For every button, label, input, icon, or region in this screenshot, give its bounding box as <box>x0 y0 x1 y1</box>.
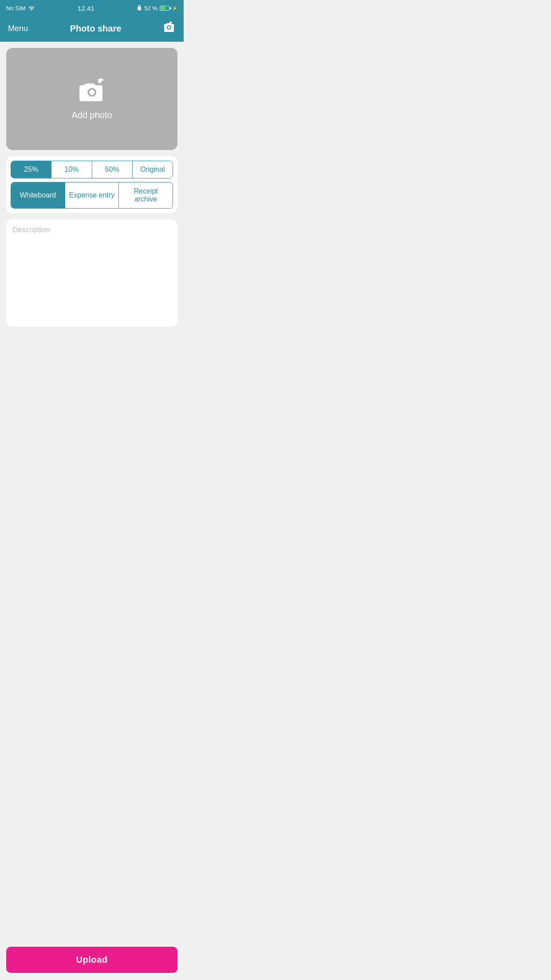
svg-rect-0 <box>138 7 141 10</box>
add-photo-icon: + <box>79 78 105 107</box>
category-whiteboard-button[interactable]: Whiteboard <box>11 182 65 208</box>
description-input[interactable] <box>12 225 171 319</box>
menu-button[interactable]: Menu <box>8 24 28 33</box>
carrier-label: No SIM <box>6 5 25 12</box>
main-content: + Add photo 25% 10% 50% Original Whitebo… <box>0 42 184 371</box>
add-photo-button[interactable] <box>163 21 176 36</box>
size-toggle-group: 25% 10% 50% Original <box>11 161 173 178</box>
size-10-button[interactable]: 10% <box>51 161 92 178</box>
status-bar: No SIM 12.41 52 % ⚡ <box>0 0 184 16</box>
category-group: Whiteboard Expense entry Receipt archive <box>11 182 173 209</box>
navbar: Menu Photo share <box>0 16 184 42</box>
wifi-icon <box>28 5 35 12</box>
size-25-button[interactable]: 25% <box>11 161 51 178</box>
svg-text:+: + <box>97 78 102 86</box>
description-card <box>6 219 177 327</box>
options-card: 25% 10% 50% Original Whiteboard Expense … <box>6 156 177 213</box>
lock-icon <box>137 4 142 12</box>
size-original-button[interactable]: Original <box>133 161 173 178</box>
category-receipt-button[interactable]: Receipt archive <box>119 182 173 208</box>
status-left: No SIM <box>6 5 35 12</box>
size-50-button[interactable]: 50% <box>92 161 133 178</box>
battery-icon: ⚡ <box>160 6 177 11</box>
status-right: 52 % ⚡ <box>137 4 177 12</box>
category-expense-button[interactable]: Expense entry <box>65 182 119 208</box>
add-photo-label: Add photo <box>71 110 112 120</box>
battery-percentage: 52 % <box>144 5 157 12</box>
page-title: Photo share <box>70 24 122 34</box>
status-time: 12.41 <box>78 4 94 12</box>
photo-upload-area[interactable]: + Add photo <box>6 48 177 150</box>
